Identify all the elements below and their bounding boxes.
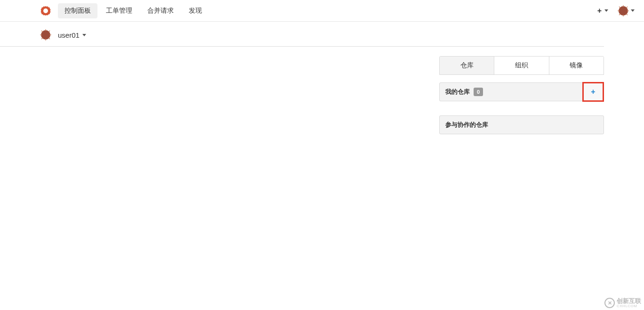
panel-collab-repos: 参与协作的仓库: [439, 115, 604, 134]
add-repo-button[interactable]: +: [582, 82, 604, 102]
plus-icon: +: [597, 7, 602, 15]
nav-merge-requests[interactable]: 合并请求: [141, 3, 180, 18]
nav-explore[interactable]: 发现: [182, 3, 209, 18]
my-repos-label: 我的仓库: [445, 88, 470, 96]
topbar-left: G 控制面板 工单管理 合并请求 发现: [40, 3, 210, 18]
topbar-right: +: [597, 5, 635, 16]
main-content: 仓库 组织 镜像 我的仓库 0 + 参与协作的仓库: [0, 47, 644, 134]
caret-down-icon: [82, 34, 86, 36]
topbar: G 控制面板 工单管理 合并请求 发现 +: [0, 0, 644, 22]
tab-mirror[interactable]: 镜像: [549, 57, 604, 74]
nav-dashboard[interactable]: 控制面板: [58, 3, 97, 18]
user-menu-dropdown[interactable]: [618, 5, 635, 16]
create-dropdown[interactable]: +: [597, 7, 608, 15]
app-logo[interactable]: G: [40, 5, 51, 16]
panel-my-repos-title: 我的仓库 0: [445, 88, 483, 96]
watermark-icon: ✕: [604, 298, 615, 308]
tab-repo[interactable]: 仓库: [440, 57, 494, 74]
avatar: [40, 29, 51, 41]
svg-text:G: G: [44, 8, 47, 13]
watermark: ✕ 创新互联 CXHLCOM: [604, 298, 641, 308]
collab-label: 参与协作的仓库: [445, 121, 488, 129]
my-repos-count: 0: [474, 88, 483, 96]
plus-icon: +: [591, 88, 595, 96]
panel-collab-title: 参与协作的仓库: [445, 121, 488, 129]
nav-issues[interactable]: 工单管理: [99, 3, 139, 18]
side-panel: 仓库 组织 镜像 我的仓库 0 + 参与协作的仓库: [439, 56, 604, 134]
user-name: user01: [58, 31, 80, 39]
watermark-sub: CXHLCOM: [617, 304, 641, 308]
user-context-switcher[interactable]: user01: [58, 31, 86, 39]
caret-down-icon: [631, 9, 635, 12]
watermark-text: 创新互联: [617, 298, 641, 304]
tab-org[interactable]: 组织: [494, 57, 549, 74]
caret-down-icon: [604, 9, 608, 12]
panel-tabbar: 仓库 组织 镜像: [439, 56, 604, 75]
user-row: user01: [0, 22, 604, 47]
panel-my-repos: 我的仓库 0 +: [439, 82, 604, 101]
avatar: [618, 5, 629, 16]
